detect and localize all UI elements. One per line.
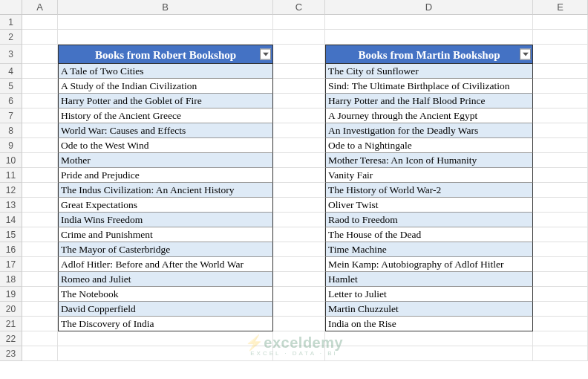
cell-C12[interactable]: [273, 183, 325, 198]
row-header-17[interactable]: 17: [0, 257, 22, 272]
cell-E1[interactable]: [533, 15, 588, 30]
cell-C11[interactable]: [273, 168, 325, 183]
table-row[interactable]: Raod to Freedom: [325, 213, 533, 227]
cell-B2[interactable]: [58, 30, 273, 45]
cell-C9[interactable]: [273, 138, 325, 153]
table-row[interactable]: The City of Sunflower: [325, 64, 533, 79]
cell-E13[interactable]: [533, 198, 588, 213]
cell-E23[interactable]: [533, 346, 588, 361]
table-row[interactable]: Pride and Prejudice: [58, 168, 273, 183]
row-header-1[interactable]: 1: [0, 15, 22, 30]
row-header-14[interactable]: 14: [0, 213, 22, 227]
column-header-A[interactable]: A: [22, 0, 58, 15]
filter-dropdown-icon[interactable]: [260, 49, 271, 60]
cell-E4[interactable]: [533, 64, 588, 79]
spreadsheet-grid[interactable]: ABCDE123Books from Robert BookshopBooks …: [0, 0, 588, 361]
row-header-23[interactable]: 23: [0, 346, 22, 361]
row-header-9[interactable]: 9: [0, 138, 22, 153]
table-row[interactable]: India on the Rise: [325, 317, 533, 331]
table-row[interactable]: Harry Potter and the Goblet of Fire: [58, 94, 273, 108]
cell-A3[interactable]: [22, 45, 58, 64]
cell-B23[interactable]: [58, 346, 273, 361]
cell-E22[interactable]: [533, 331, 588, 346]
table-row[interactable]: A Journey through the Ancient Egypt: [325, 108, 533, 123]
table-row[interactable]: The Mayor of Casterbridge: [58, 242, 273, 257]
cell-E14[interactable]: [533, 213, 588, 227]
cell-C4[interactable]: [273, 64, 325, 79]
cell-A8[interactable]: [22, 123, 58, 138]
cell-E6[interactable]: [533, 94, 588, 108]
cell-A20[interactable]: [22, 302, 58, 317]
cell-C1[interactable]: [273, 15, 325, 30]
row-header-19[interactable]: 19: [0, 287, 22, 302]
cell-C13[interactable]: [273, 198, 325, 213]
table-row[interactable]: Vanity Fair: [325, 168, 533, 183]
table-row[interactable]: The History of World War-2: [325, 183, 533, 198]
cell-A10[interactable]: [22, 153, 58, 168]
row-header-10[interactable]: 10: [0, 153, 22, 168]
table-row[interactable]: An Investigation for the Deadly Wars: [325, 123, 533, 138]
table-row[interactable]: Martin Chuzzulet: [325, 302, 533, 317]
table-row[interactable]: The Notebook: [58, 287, 273, 302]
table-row[interactable]: Great Expectations: [58, 198, 273, 213]
cell-A17[interactable]: [22, 257, 58, 272]
cell-C6[interactable]: [273, 94, 325, 108]
cell-E5[interactable]: [533, 79, 588, 94]
cell-B1[interactable]: [58, 15, 273, 30]
table-row[interactable]: A Tale of Two Cities: [58, 64, 273, 79]
cell-C18[interactable]: [273, 272, 325, 287]
cell-D2[interactable]: [325, 30, 533, 45]
cell-C17[interactable]: [273, 257, 325, 272]
cell-E8[interactable]: [533, 123, 588, 138]
cell-A19[interactable]: [22, 287, 58, 302]
cell-C3[interactable]: [273, 45, 325, 64]
table-row[interactable]: The House of the Dead: [325, 227, 533, 242]
cell-A18[interactable]: [22, 272, 58, 287]
row-header-2[interactable]: 2: [0, 30, 22, 45]
cell-D22[interactable]: [325, 331, 533, 346]
cell-D1[interactable]: [325, 15, 533, 30]
table-row[interactable]: The Discovery of India: [58, 317, 273, 331]
table-row[interactable]: Mother: [58, 153, 273, 168]
cell-C21[interactable]: [273, 317, 325, 331]
table-row[interactable]: Harry Potter and the Half Blood Prince: [325, 94, 533, 108]
cell-C2[interactable]: [273, 30, 325, 45]
cell-C7[interactable]: [273, 108, 325, 123]
cell-E21[interactable]: [533, 317, 588, 331]
cell-E3[interactable]: [533, 45, 588, 64]
cell-E19[interactable]: [533, 287, 588, 302]
cell-A5[interactable]: [22, 79, 58, 94]
row-header-8[interactable]: 8: [0, 123, 22, 138]
table-row[interactable]: Letter to Juliet: [325, 287, 533, 302]
cell-A7[interactable]: [22, 108, 58, 123]
table-row[interactable]: History of the Ancient Greece: [58, 108, 273, 123]
cell-E18[interactable]: [533, 272, 588, 287]
column-header-C[interactable]: C: [273, 0, 325, 15]
cell-C16[interactable]: [273, 242, 325, 257]
cell-A4[interactable]: [22, 64, 58, 79]
cell-D23[interactable]: [325, 346, 533, 361]
row-header-6[interactable]: 6: [0, 94, 22, 108]
table-row[interactable]: Romeo and Juliet: [58, 272, 273, 287]
column-header-E[interactable]: E: [533, 0, 588, 15]
row-header-16[interactable]: 16: [0, 242, 22, 257]
table-row[interactable]: Crime and Punishment: [58, 227, 273, 242]
table-row[interactable]: David Copperfield: [58, 302, 273, 317]
cell-A9[interactable]: [22, 138, 58, 153]
cell-A16[interactable]: [22, 242, 58, 257]
filter-dropdown-icon[interactable]: [520, 49, 531, 60]
cell-A14[interactable]: [22, 213, 58, 227]
cell-E9[interactable]: [533, 138, 588, 153]
cell-E2[interactable]: [533, 30, 588, 45]
table-row[interactable]: Ode to a Nightingale: [325, 138, 533, 153]
cell-A12[interactable]: [22, 183, 58, 198]
column-header-B[interactable]: B: [58, 0, 273, 15]
table-row[interactable]: A Study of the Indian Civilization: [58, 79, 273, 94]
cell-B22[interactable]: [58, 331, 273, 346]
row-header-21[interactable]: 21: [0, 317, 22, 331]
cell-C8[interactable]: [273, 123, 325, 138]
row-header-5[interactable]: 5: [0, 79, 22, 94]
cell-E11[interactable]: [533, 168, 588, 183]
table-row[interactable]: Hamlet: [325, 272, 533, 287]
row-header-4[interactable]: 4: [0, 64, 22, 79]
